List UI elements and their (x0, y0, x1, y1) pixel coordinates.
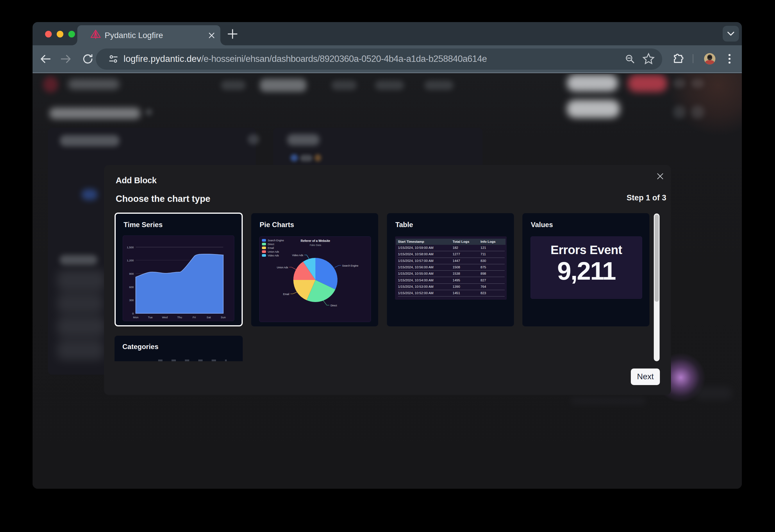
svg-text:1,500: 1,500 (127, 246, 134, 249)
svg-text:Mon: Mon (133, 316, 138, 319)
svg-text:300: 300 (129, 299, 134, 302)
svg-text:Email: Email (283, 293, 289, 296)
svg-text:Direct: Direct (268, 243, 275, 246)
svg-text:Fri: Fri (192, 316, 196, 319)
svg-text:Direct: Direct (331, 304, 337, 307)
svg-text:Referer of a Website: Referer of a Website (301, 239, 330, 242)
svg-text:0: 0 (132, 312, 134, 315)
svg-text:Union Ads: Union Ads (277, 266, 288, 269)
svg-text:Tue: Tue (148, 316, 152, 319)
svg-text:Search Engine: Search Engine (268, 239, 284, 242)
svg-text:Union Ads: Union Ads (268, 250, 279, 253)
svg-text:Wed: Wed (162, 316, 167, 319)
svg-text:Search Engine: Search Engine (342, 264, 358, 267)
svg-text:900: 900 (129, 272, 134, 275)
svg-text:1,200: 1,200 (127, 259, 134, 262)
svg-text:Thu: Thu (177, 316, 182, 319)
svg-text:Sun: Sun (221, 316, 226, 319)
svg-text:Sat: Sat (207, 316, 211, 319)
svg-text:Video Ads: Video Ads (268, 254, 279, 257)
svg-text:600: 600 (129, 285, 134, 289)
svg-text:Video Ads: Video Ads (292, 254, 303, 257)
svg-text:Fake Data: Fake Data (310, 244, 321, 247)
svg-text:Email: Email (268, 247, 274, 249)
